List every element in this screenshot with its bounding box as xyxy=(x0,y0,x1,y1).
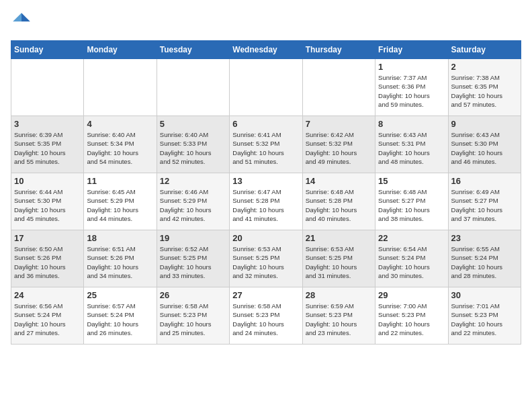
calendar-week: 17Sunrise: 6:50 AM Sunset: 5:26 PM Dayli… xyxy=(11,230,521,287)
calendar-cell: 16Sunrise: 6:49 AM Sunset: 5:27 PM Dayli… xyxy=(448,173,521,230)
page-header xyxy=(11,11,521,32)
calendar-cell: 27Sunrise: 6:58 AM Sunset: 5:23 PM Dayli… xyxy=(230,287,302,345)
day-info: Sunrise: 7:00 AM Sunset: 5:23 PM Dayligh… xyxy=(378,302,445,337)
day-number: 27 xyxy=(232,290,299,300)
day-number: 26 xyxy=(160,290,226,300)
day-info: Sunrise: 6:43 AM Sunset: 5:31 PM Dayligh… xyxy=(378,130,445,166)
day-number: 5 xyxy=(160,119,226,129)
day-info: Sunrise: 6:59 AM Sunset: 5:23 PM Dayligh… xyxy=(306,302,372,337)
calendar-cell: 19Sunrise: 6:52 AM Sunset: 5:25 PM Dayli… xyxy=(157,230,229,287)
day-number: 13 xyxy=(232,176,299,186)
day-number: 28 xyxy=(306,290,372,300)
day-info: Sunrise: 7:01 AM Sunset: 5:23 PM Dayligh… xyxy=(451,302,518,337)
day-number: 6 xyxy=(232,119,299,129)
calendar-cell: 5Sunrise: 6:40 AM Sunset: 5:33 PM Daylig… xyxy=(157,116,229,173)
calendar-cell: 2Sunrise: 7:38 AM Sunset: 6:35 PM Daylig… xyxy=(448,59,521,116)
weekday-header: Thursday xyxy=(302,41,375,59)
calendar-cell: 1Sunrise: 7:37 AM Sunset: 6:36 PM Daylig… xyxy=(375,59,448,116)
svg-marker-0 xyxy=(21,13,30,21)
day-info: Sunrise: 6:40 AM Sunset: 5:34 PM Dayligh… xyxy=(87,130,153,166)
day-info: Sunrise: 6:58 AM Sunset: 5:23 PM Dayligh… xyxy=(232,302,299,337)
day-info: Sunrise: 6:55 AM Sunset: 5:24 PM Dayligh… xyxy=(451,244,518,280)
calendar-cell: 9Sunrise: 6:43 AM Sunset: 5:30 PM Daylig… xyxy=(448,116,521,173)
day-info: Sunrise: 6:48 AM Sunset: 5:28 PM Dayligh… xyxy=(306,187,372,223)
day-number: 1 xyxy=(378,62,445,72)
calendar-cell xyxy=(11,59,84,116)
day-info: Sunrise: 6:53 AM Sunset: 5:25 PM Dayligh… xyxy=(232,244,299,280)
day-info: Sunrise: 6:41 AM Sunset: 5:32 PM Dayligh… xyxy=(232,130,299,166)
calendar-cell: 11Sunrise: 6:45 AM Sunset: 5:29 PM Dayli… xyxy=(84,173,157,230)
day-number: 24 xyxy=(14,290,81,300)
day-info: Sunrise: 6:47 AM Sunset: 5:28 PM Dayligh… xyxy=(232,187,299,223)
day-number: 25 xyxy=(87,290,153,300)
calendar-cell xyxy=(84,59,157,116)
calendar-cell: 7Sunrise: 6:42 AM Sunset: 5:32 PM Daylig… xyxy=(302,116,375,173)
calendar-cell: 12Sunrise: 6:46 AM Sunset: 5:29 PM Dayli… xyxy=(157,173,229,230)
day-info: Sunrise: 6:50 AM Sunset: 5:26 PM Dayligh… xyxy=(14,244,81,280)
day-number: 30 xyxy=(451,290,518,300)
day-info: Sunrise: 6:58 AM Sunset: 5:23 PM Dayligh… xyxy=(160,302,226,337)
day-number: 4 xyxy=(87,119,153,129)
calendar-cell xyxy=(230,59,302,116)
day-number: 3 xyxy=(14,119,81,129)
day-info: Sunrise: 6:56 AM Sunset: 5:24 PM Dayligh… xyxy=(14,302,81,337)
calendar-cell: 15Sunrise: 6:48 AM Sunset: 5:27 PM Dayli… xyxy=(375,173,448,230)
calendar-cell: 29Sunrise: 7:00 AM Sunset: 5:23 PM Dayli… xyxy=(375,287,448,345)
calendar-cell: 28Sunrise: 6:59 AM Sunset: 5:23 PM Dayli… xyxy=(302,287,375,345)
day-info: Sunrise: 6:42 AM Sunset: 5:32 PM Dayligh… xyxy=(306,130,372,166)
calendar-cell: 18Sunrise: 6:51 AM Sunset: 5:26 PM Dayli… xyxy=(84,230,157,287)
calendar-cell: 13Sunrise: 6:47 AM Sunset: 5:28 PM Dayli… xyxy=(230,173,302,230)
calendar-cell: 23Sunrise: 6:55 AM Sunset: 5:24 PM Dayli… xyxy=(448,230,521,287)
day-number: 20 xyxy=(232,233,299,243)
calendar-cell: 14Sunrise: 6:48 AM Sunset: 5:28 PM Dayli… xyxy=(302,173,375,230)
day-info: Sunrise: 6:53 AM Sunset: 5:25 PM Dayligh… xyxy=(306,244,372,280)
calendar-cell xyxy=(157,59,229,116)
day-info: Sunrise: 6:51 AM Sunset: 5:26 PM Dayligh… xyxy=(87,244,153,280)
weekday-header: Friday xyxy=(375,41,448,59)
day-number: 9 xyxy=(451,119,518,129)
calendar-cell: 26Sunrise: 6:58 AM Sunset: 5:23 PM Dayli… xyxy=(157,287,229,345)
day-number: 8 xyxy=(378,119,445,129)
day-number: 29 xyxy=(378,290,445,300)
day-info: Sunrise: 6:54 AM Sunset: 5:24 PM Dayligh… xyxy=(378,244,445,280)
calendar-cell: 25Sunrise: 6:57 AM Sunset: 5:24 PM Dayli… xyxy=(84,287,157,345)
calendar-cell xyxy=(302,59,375,116)
calendar-cell: 3Sunrise: 6:39 AM Sunset: 5:35 PM Daylig… xyxy=(11,116,84,173)
weekday-header: Sunday xyxy=(11,41,84,59)
day-info: Sunrise: 6:57 AM Sunset: 5:24 PM Dayligh… xyxy=(87,302,153,337)
day-number: 19 xyxy=(160,233,226,243)
day-info: Sunrise: 6:43 AM Sunset: 5:30 PM Dayligh… xyxy=(451,130,518,166)
day-info: Sunrise: 6:52 AM Sunset: 5:25 PM Dayligh… xyxy=(160,244,226,280)
logo-icon xyxy=(11,11,32,32)
calendar-cell: 8Sunrise: 6:43 AM Sunset: 5:31 PM Daylig… xyxy=(375,116,448,173)
day-number: 10 xyxy=(14,176,81,186)
calendar-week: 3Sunrise: 6:39 AM Sunset: 5:35 PM Daylig… xyxy=(11,116,521,173)
day-info: Sunrise: 7:38 AM Sunset: 6:35 PM Dayligh… xyxy=(451,73,518,109)
day-info: Sunrise: 6:48 AM Sunset: 5:27 PM Dayligh… xyxy=(378,187,445,223)
day-info: Sunrise: 6:40 AM Sunset: 5:33 PM Dayligh… xyxy=(160,130,226,166)
day-number: 18 xyxy=(87,233,153,243)
day-number: 16 xyxy=(451,176,518,186)
day-number: 23 xyxy=(451,233,518,243)
day-number: 7 xyxy=(306,119,372,129)
calendar-cell: 22Sunrise: 6:54 AM Sunset: 5:24 PM Dayli… xyxy=(375,230,448,287)
day-number: 22 xyxy=(378,233,445,243)
day-info: Sunrise: 6:44 AM Sunset: 5:30 PM Dayligh… xyxy=(14,187,81,223)
weekday-header: Tuesday xyxy=(157,41,229,59)
day-info: Sunrise: 6:46 AM Sunset: 5:29 PM Dayligh… xyxy=(160,187,226,223)
weekday-header: Saturday xyxy=(448,41,521,59)
day-number: 2 xyxy=(451,62,518,72)
day-info: Sunrise: 6:45 AM Sunset: 5:29 PM Dayligh… xyxy=(87,187,153,223)
calendar-cell: 24Sunrise: 6:56 AM Sunset: 5:24 PM Dayli… xyxy=(11,287,84,345)
calendar-cell: 6Sunrise: 6:41 AM Sunset: 5:32 PM Daylig… xyxy=(230,116,302,173)
day-number: 12 xyxy=(160,176,226,186)
weekday-header: Monday xyxy=(84,41,157,59)
calendar-cell: 21Sunrise: 6:53 AM Sunset: 5:25 PM Dayli… xyxy=(302,230,375,287)
calendar-week: 24Sunrise: 6:56 AM Sunset: 5:24 PM Dayli… xyxy=(11,287,521,345)
calendar-table: SundayMondayTuesdayWednesdayThursdayFrid… xyxy=(11,40,521,345)
logo xyxy=(11,11,35,32)
header-row: SundayMondayTuesdayWednesdayThursdayFrid… xyxy=(11,41,521,59)
calendar-cell: 4Sunrise: 6:40 AM Sunset: 5:34 PM Daylig… xyxy=(84,116,157,173)
svg-marker-1 xyxy=(13,13,21,21)
day-number: 15 xyxy=(378,176,445,186)
